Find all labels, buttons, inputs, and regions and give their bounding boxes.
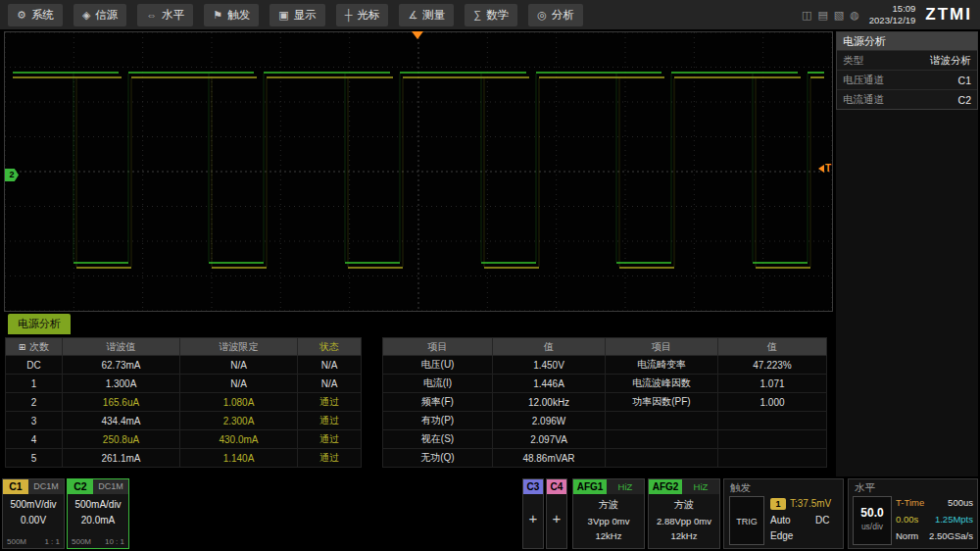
toolbar-button-label: 光标 [357, 8, 379, 23]
horizontal-row-ttime: T-Time 500us [896, 497, 973, 508]
table-row: 有功(P)2.096W [383, 412, 827, 430]
table-cell: 1.446A [493, 375, 606, 393]
trigger-title: 触发 [730, 481, 751, 495]
channel-c2-offset: 20.0mA [68, 515, 128, 526]
table-cell: 电压(U) [383, 356, 493, 375]
setting-row[interactable]: 电压通道C1 [837, 70, 977, 89]
metrics-col-header: 项目 [606, 338, 718, 356]
toolbar-button-label: 系统 [31, 8, 54, 23]
delay-value: 0.00s [896, 514, 918, 525]
status-icon-1: ▤ [817, 9, 827, 22]
table-cell: 频率(F) [383, 393, 493, 412]
afg2-label: AFG2 [649, 479, 682, 494]
table-cell: 有功(P) [383, 412, 493, 430]
toolbar-button-label: 信源 [95, 8, 118, 23]
table-cell: 165.6uA [63, 393, 180, 412]
harmonics-col-label: 谐波限定 [220, 341, 259, 352]
toolbar-button-label: 水平 [162, 8, 184, 23]
power-analysis-panel-title: 电源分析 [837, 32, 977, 50]
table-cell: 1.080A [180, 393, 298, 412]
table-cell: 4 [6, 430, 63, 449]
toolbar-button-label: 数学 [486, 8, 509, 23]
channel-c1-scale: 500mV/div [3, 499, 64, 510]
channel-c2-probe: 10 : 1 [105, 537, 124, 546]
table-cell: 1.000 [718, 393, 827, 412]
horizontal-row-rate: Norm 2.50GSa/s [896, 530, 973, 541]
right-sidebar: 电源分析 类型谐波分析电压通道C1电流通道C2 [836, 31, 978, 476]
top-toolbar: ⚙系统◈信源⇔水平⚑触发▣显示┼光标∡测量∑数学◎分析 ◫▤▧◍ 15:09 2… [0, 0, 980, 29]
channel-c3-add-button[interactable]: + [523, 510, 543, 526]
trigger-type: Edge [770, 530, 793, 541]
afg2-offset: 0mv [694, 516, 711, 526]
toolbar-buttons: ⚙系统◈信源⇔水平⚑触发▣显示┼光标∡测量∑数学◎分析 [8, 4, 583, 26]
table-cell: 功率因数(PF) [606, 393, 718, 412]
table-row: 频率(F)12.00kHz功率因数(PF)1.000 [383, 393, 827, 412]
table-cell: 电流波峰因数 [606, 375, 718, 393]
acquire-mode: Norm [896, 530, 918, 541]
table-cell: 2 [6, 393, 63, 412]
horizontal-box[interactable]: 水平 50.0 us/div T-Time 500us 0.00s 1.25Mp… [848, 478, 978, 549]
table-row: 3434.4mA2.300A通过 [6, 412, 362, 430]
channel-c3-label[interactable]: C3 [523, 479, 543, 494]
table-cell: 电流畸变率 [606, 356, 718, 375]
setting-label: 类型 [843, 54, 863, 68]
table-row: 4250.8uA430.0mA通过 [6, 430, 362, 449]
afg1-header: AFG1 HiZ [573, 479, 644, 494]
memory-depth: 1.25Mpts [935, 514, 973, 525]
power-analysis-panel: 电源分析 类型谐波分析电压通道C1电流通道C2 [836, 31, 978, 110]
afg1-waveform: 方波 [573, 498, 644, 512]
table-row: 电流(I)1.446A电流波峰因数1.071 [383, 375, 827, 393]
channel-c1-label: C1 [3, 479, 28, 494]
trigger-mode: Auto [770, 515, 791, 526]
table-row: 电压(U)1.450V电流畸变率47.223% [383, 356, 827, 375]
afg1-box[interactable]: AFG1 HiZ 方波 3Vpp 0mv 12kHz [572, 478, 645, 549]
timebase-indicator: 50.0 us/div [853, 496, 892, 545]
toolbar-button-math[interactable]: ∑数学 [465, 4, 517, 26]
system-icon: ⚙ [17, 9, 26, 22]
table-cell: N/A [298, 356, 362, 375]
setting-row[interactable]: 类型谐波分析 [837, 50, 977, 70]
horizontal-icon: ⇔ [146, 9, 157, 21]
timebase-unit: us/div [854, 522, 891, 531]
channel-c4-label[interactable]: C4 [547, 479, 566, 494]
trigger-position-marker[interactable] [412, 31, 423, 39]
table-cell: 2.096W [493, 412, 606, 430]
channel-c2-scale: 500mA/div [68, 499, 128, 510]
trigger-level-marker[interactable]: T [818, 163, 831, 174]
table-cell: 1 [6, 375, 63, 393]
toolbar-button-display[interactable]: ▣显示 [270, 4, 324, 26]
toolbar-button-system[interactable]: ⚙系统 [8, 4, 63, 26]
channel-box-c1[interactable]: C1 DC1M 500mV/div 0.00V 500M 1 : 1 [2, 478, 65, 549]
toolbar-button-source[interactable]: ◈信源 [74, 4, 126, 26]
tab-power-analysis[interactable]: 电源分析 [8, 314, 71, 334]
table-cell: 12.00kHz [493, 393, 606, 412]
afg2-box[interactable]: AFG2 HiZ 方波 2.88Vpp 0mv 12kHz [648, 478, 720, 549]
toolbar-button-horizontal[interactable]: ⇔水平 [137, 4, 193, 26]
clock: 15:09 2023/12/19 [869, 3, 916, 26]
table-cell: DC [6, 356, 63, 375]
toolbar-button-cursor[interactable]: ┼光标 [336, 4, 389, 26]
table-cell: 通过 [298, 449, 362, 468]
metrics-body: 电压(U)1.450V电流畸变率47.223%电流(I)1.446A电流波峰因数… [383, 356, 827, 468]
cursor-icon: ┼ [345, 9, 353, 21]
timebase-scale: 50.0 [854, 506, 891, 520]
display-icon: ▣ [278, 9, 288, 22]
table-cell: N/A [180, 375, 298, 393]
table-cell: 434.4mA [63, 412, 180, 430]
table-cell: 1.450V [493, 356, 606, 375]
toolbar-button-measure[interactable]: ∡测量 [399, 4, 454, 26]
setting-row[interactable]: 电流通道C2 [837, 89, 977, 109]
horizontal-row-delay: 0.00s 1.25Mpts [896, 514, 973, 525]
harmonics-col-label: 谐波值 [107, 341, 136, 352]
channel-box-c2[interactable]: C2 DC1M 500mA/div 20.0mA 500M 10 : 1 [67, 478, 129, 549]
metrics-header-row: 项目值项目值 [383, 338, 827, 356]
table-cell [606, 412, 718, 430]
channel-c4-add-button[interactable]: + [547, 510, 566, 526]
toolbar-button-analyze[interactable]: ◎分析 [528, 4, 583, 26]
metrics-table: 项目值项目值 电压(U)1.450V电流畸变率47.223%电流(I)1.446… [382, 337, 827, 468]
toolbar-button-trigger[interactable]: ⚑触发 [204, 4, 259, 26]
afg2-impedance: HiZ [682, 479, 719, 494]
channel-box-c3: C3 + [522, 478, 544, 549]
table-cell [606, 430, 718, 449]
trigger-box[interactable]: 触发 TRIG 1 T:37.5mV Auto DC Edge [723, 478, 844, 549]
